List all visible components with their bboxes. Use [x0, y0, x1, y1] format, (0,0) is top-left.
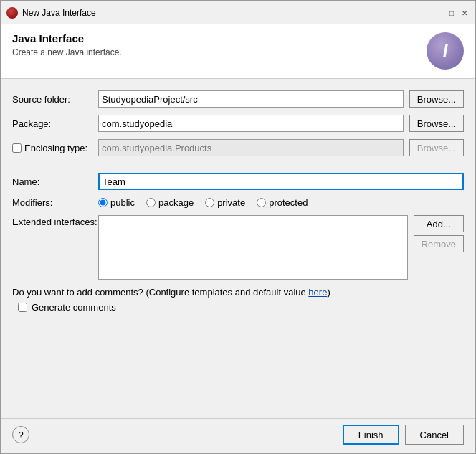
extended-interfaces-label: Extended interfaces: [12, 215, 98, 227]
name-label: Name: [12, 176, 98, 187]
modifier-private-radio[interactable] [205, 198, 214, 207]
form-content: Source folder: Browse... Package: Browse… [1, 79, 475, 418]
modifier-public-option[interactable]: public [98, 197, 135, 208]
package-input[interactable] [98, 115, 404, 132]
remove-button[interactable]: Remove [414, 235, 464, 252]
app-icon [6, 7, 18, 19]
modifiers-options: public package private protected [98, 197, 308, 208]
enclosing-type-label: Enclosing type: [24, 143, 87, 153]
modifier-private-option[interactable]: private [205, 197, 245, 208]
modifier-package-option[interactable]: package [146, 197, 194, 208]
enclosing-type-label-container: Enclosing type: [12, 143, 98, 153]
header-text: Java Interface Create a new Java interfa… [12, 32, 122, 57]
comments-question-end: ) [327, 287, 330, 298]
extended-interfaces-row: Extended interfaces: Add... Remove [12, 215, 464, 280]
modifier-package-label: package [158, 197, 194, 208]
source-folder-label: Source folder: [12, 94, 98, 105]
source-folder-input[interactable] [98, 90, 404, 108]
modifier-public-label: public [110, 197, 135, 208]
add-button[interactable]: Add... [414, 215, 464, 232]
footer-buttons: Finish Cancel [343, 425, 464, 445]
modifiers-row: Modifiers: public package private protec… [12, 197, 464, 208]
help-button[interactable]: ? [12, 426, 29, 443]
modifier-protected-option[interactable]: protected [257, 197, 308, 208]
generate-comments-checkbox[interactable] [18, 303, 27, 312]
name-input[interactable] [98, 173, 464, 190]
minimize-button[interactable]: — [434, 8, 444, 18]
package-label: Package: [12, 118, 98, 129]
package-browse-button[interactable]: Browse... [409, 115, 464, 132]
close-button[interactable]: ✕ [460, 8, 470, 18]
generate-comments-label: Generate comments [32, 302, 116, 313]
title-bar: New Java Interface — □ ✕ [1, 1, 475, 24]
comments-link[interactable]: here [308, 287, 327, 298]
modifier-public-radio[interactable] [98, 198, 108, 207]
header-icon: I [427, 32, 464, 70]
header-section: Java Interface Create a new Java interfa… [1, 24, 475, 79]
modifiers-label: Modifiers: [12, 197, 98, 208]
header-subtitle: Create a new Java interface. [12, 47, 122, 57]
window-controls: — □ ✕ [434, 8, 470, 18]
package-row: Package: Browse... [12, 115, 464, 132]
comments-question: Do you want to add comments? (Configure … [12, 287, 308, 298]
source-folder-browse-button[interactable]: Browse... [409, 90, 464, 108]
modifier-protected-label: protected [269, 197, 308, 208]
header-title: Java Interface [12, 32, 122, 44]
cancel-button[interactable]: Cancel [405, 425, 464, 445]
name-row: Name: [12, 173, 464, 190]
enclosing-type-checkbox[interactable] [12, 143, 22, 153]
modifier-private-label: private [217, 197, 245, 208]
source-folder-row: Source folder: Browse... [12, 90, 464, 108]
dialog-title: New Java Interface [22, 8, 434, 18]
dialog-window: New Java Interface — □ ✕ Java Interface … [0, 0, 476, 454]
modifier-package-radio[interactable] [146, 198, 156, 207]
comments-text: Do you want to add comments? (Configure … [12, 287, 464, 298]
enclosing-type-input [98, 139, 404, 156]
enclosing-type-row: Enclosing type: Browse... [12, 139, 464, 156]
finish-button[interactable]: Finish [343, 425, 399, 445]
restore-button[interactable]: □ [447, 8, 457, 18]
divider [12, 164, 464, 164]
modifier-protected-radio[interactable] [257, 198, 266, 207]
extended-interfaces-textarea[interactable] [98, 215, 408, 280]
generate-comments-row: Generate comments [18, 302, 464, 313]
comments-section: Do you want to add comments? (Configure … [12, 287, 464, 313]
ext-buttons-container: Add... Remove [414, 215, 464, 252]
footer: ? Finish Cancel [1, 418, 475, 453]
enclosing-type-browse-button: Browse... [409, 139, 464, 156]
